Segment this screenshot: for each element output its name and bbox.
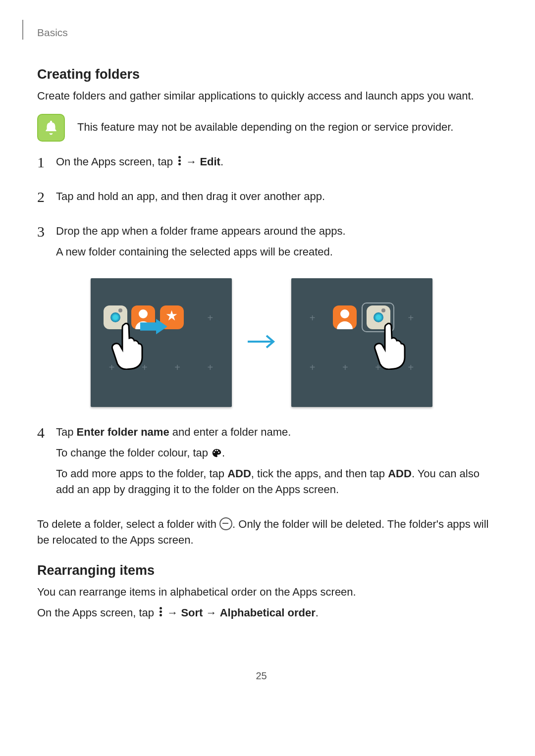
section-title-rearranging: Rearranging items (37, 563, 495, 578)
step-number-3: 3 (37, 223, 56, 265)
minus-circle-icon (219, 517, 232, 530)
rearranging-steps: On the Apps screen, tap → Sort → Alphabe… (37, 605, 495, 621)
step-number-4: 4 (37, 424, 56, 503)
bell-icon (37, 114, 65, 142)
hand-pointer-icon (110, 320, 145, 370)
page-number: 25 (27, 670, 495, 682)
step-number-2: 2 (37, 189, 56, 209)
step-1-body: On the Apps screen, tap → Edit. (56, 154, 495, 175)
note-text: This feature may not be available depend… (77, 114, 453, 135)
folder-illustration: + + + + + + + + + (27, 278, 495, 407)
more-options-icon (176, 155, 183, 166)
breadcrumb: Basics (36, 27, 68, 40)
screen-before: + + + + + + + + (91, 278, 232, 407)
more-options-icon (157, 606, 164, 617)
step-number-1: 1 (37, 154, 56, 175)
intro-text: Create folders and gather similar applic… (37, 88, 495, 104)
arrow-right-icon (247, 334, 276, 351)
delete-folder-text: To delete a folder, select a folder with… (37, 516, 495, 548)
screen-after: + + + + + + + + (291, 278, 432, 407)
palette-icon (211, 447, 222, 458)
step-4-body: Tap Enter folder name and enter a folder… (56, 424, 495, 503)
step-3-body: Drop the app when a folder frame appears… (56, 223, 495, 265)
step-2-body: Tap and hold an app, and then drag it ov… (56, 189, 495, 209)
hand-pointer-icon (373, 320, 408, 370)
section-title-creating-folders: Creating folders (37, 67, 495, 82)
rearranging-intro: You can rearrange items in alphabetical … (37, 584, 495, 600)
